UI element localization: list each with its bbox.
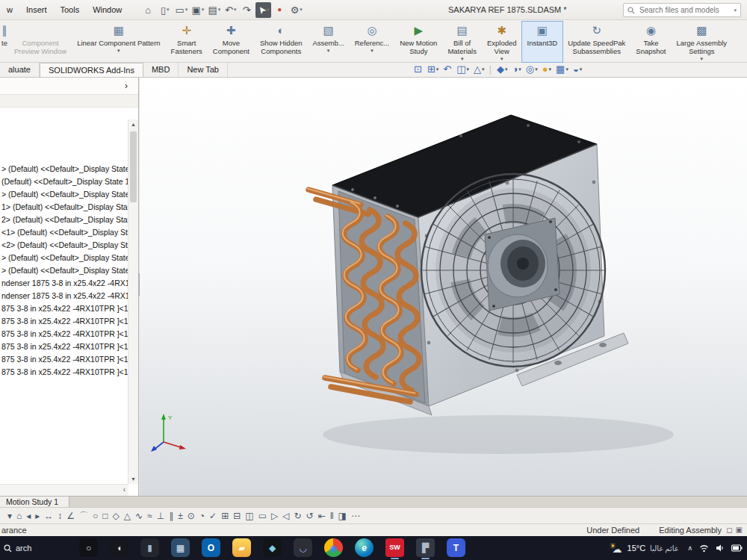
zoom-fit-icon[interactable]: ⊡ <box>412 64 424 74</box>
tree-item[interactable]: <1> (Default) <<Default>_Display Sta <box>1 226 138 239</box>
battery-icon[interactable] <box>731 544 743 552</box>
outlook-app-icon[interactable]: O <box>202 538 220 557</box>
tree-item[interactable]: 875 3-8 in x25.4x22 -4RX10TPR ]<1> <box>1 366 138 379</box>
ribbon-button[interactable]: ✱ Exploded View ▾ <box>482 22 522 62</box>
toolbar-icon[interactable]: ▾ <box>7 511 12 520</box>
status-icon[interactable]: ▣ <box>736 526 743 534</box>
toolbar-icon[interactable]: ⊙ <box>187 511 195 520</box>
annotation-views-icon[interactable]: △ ▾ <box>472 64 486 74</box>
toolbar-icon[interactable]: ∿ <box>135 511 143 520</box>
photos-app-icon[interactable]: ◆ <box>263 538 282 557</box>
status-icon[interactable]: ◻ <box>726 526 732 534</box>
taskbar-search[interactable]: arch <box>4 544 31 553</box>
3d-viewport[interactable]: Y <box>140 78 747 496</box>
ribbon-button[interactable]: ▣ Instant3D <box>522 22 563 62</box>
snip-preview-icon[interactable]: ▛ <box>416 538 435 557</box>
hide-show-items-icon[interactable]: ◎ ▾ <box>524 64 539 74</box>
tree-item[interactable]: 875 3-8 in x25.4x22 -4RX10TPR ]<1> <box>1 328 138 340</box>
apply-scene-icon[interactable]: ▦ ▾ <box>554 64 570 74</box>
tree-item[interactable]: 1> (Default) <<Default>_Display Stat <box>1 201 138 214</box>
weather-widget[interactable]: ☀ ☁ 15°C غائم غالبا <box>610 536 678 560</box>
zoom-area-icon[interactable]: ⊞ ▾ <box>426 64 440 74</box>
toolbar-icon[interactable]: ‖ <box>330 511 334 520</box>
toolbar-icon[interactable]: ⊞ <box>221 511 229 520</box>
calculator-app-icon[interactable]: ▦ <box>171 538 190 557</box>
ribbon-button[interactable]: ◐ Show Hidden Components <box>255 22 308 62</box>
toolbar-icon[interactable]: □ <box>102 511 108 520</box>
previous-view-icon[interactable]: ↶ <box>441 64 453 74</box>
display-style-icon[interactable]: ◑ ▾ <box>510 64 522 74</box>
flyout-expand-button[interactable]: › <box>120 79 132 92</box>
view-settings-icon[interactable]: ◒ ▾ <box>571 64 583 74</box>
ribbon-button[interactable]: Component Preview Window <box>9 22 72 62</box>
search-box[interactable]: ▾ <box>623 3 741 17</box>
ribbon-button[interactable]: ▦ Linear Component Pattern ▾ <box>72 22 165 62</box>
file-explorer-icon[interactable]: ▰ <box>232 538 251 557</box>
scroll-up-icon[interactable]: ▲ <box>128 119 138 129</box>
search-dropdown-icon[interactable]: ▾ <box>734 7 737 13</box>
print-icon[interactable]: ▤ ▾ <box>206 2 222 18</box>
command-tab[interactable]: MBD <box>143 63 179 77</box>
toolbar-icon[interactable]: ⊟ <box>233 511 241 520</box>
tree-item[interactable]: (Default) <<Default>_Display State 1 <box>1 175 138 188</box>
view-orientation-icon[interactable]: ◆ ▾ <box>495 64 509 74</box>
tree-item[interactable]: <2> (Default) <<Default>_Display Sta <box>1 239 138 252</box>
tree-item[interactable]: > (Default) <<Default>_Display State <box>1 163 138 175</box>
toolbar-icon[interactable]: ↕ <box>58 511 62 520</box>
toolbar-icon[interactable]: ↻ <box>294 511 301 520</box>
toolbar-icon[interactable]: ✓ <box>209 511 217 520</box>
toolbar-icon[interactable]: ▭ <box>258 511 267 520</box>
chrome-app-icon[interactable]: ◉ <box>324 538 343 557</box>
toolbar-icon[interactable]: ∠ <box>66 511 75 520</box>
toolbar-icon[interactable]: ▷ <box>271 511 278 520</box>
edge-app-icon[interactable]: e <box>355 538 374 557</box>
ribbon-button[interactable]: ↻ Update SpeedPak Subassemblies <box>562 22 630 62</box>
toolbar-icon[interactable]: ⌂ <box>16 511 22 520</box>
penguin-app-icon[interactable]: ○ <box>79 538 98 557</box>
toolbar-icon[interactable]: ± <box>178 511 183 520</box>
command-tab[interactable]: SOLIDWORKS Add-Ins <box>40 63 143 77</box>
toolbar-icon[interactable]: ◂ <box>26 511 31 520</box>
tree-item[interactable]: ndenser 1875 3-8 in x25.4x22 -4RX10 <box>1 290 138 302</box>
tree-item[interactable]: > (Default) <<Default>_Display State <box>1 188 138 201</box>
toolbar-icon[interactable]: ⋯ <box>351 511 360 520</box>
scroll-down-icon[interactable]: ▼ <box>128 474 138 484</box>
toolbar-icon[interactable]: ◔ <box>199 511 205 520</box>
toolbar-icon[interactable]: ◫ <box>245 511 253 520</box>
tree-item[interactable]: > (Default) <<Default>_Display State <box>1 252 138 264</box>
command-tab[interactable]: aluate <box>0 63 40 77</box>
tree-item[interactable]: 875 3-8 in x25.4x22 -4RX10TPR ]<1> <box>1 340 138 353</box>
save-icon[interactable]: ▣ ▾ <box>190 2 205 18</box>
tree-horizontal-scrollbar[interactable]: ‹ <box>0 484 128 496</box>
menu-item[interactable]: Tools <box>53 5 86 14</box>
wifi-icon[interactable] <box>699 544 709 553</box>
new-file-icon[interactable]: ▯ ▾ <box>157 2 173 18</box>
tree-vertical-scrollbar[interactable]: ▲ ▼ <box>128 119 138 484</box>
volume-icon[interactable] <box>716 544 725 553</box>
toolbar-icon[interactable]: ↺ <box>306 511 314 520</box>
ribbon-button[interactable]: ▤ Bill of Materials ▾ <box>442 22 482 62</box>
tray-chevron-icon[interactable]: ∧ <box>687 544 692 552</box>
command-tab[interactable]: New Tab <box>179 63 228 77</box>
toolbar-icon[interactable]: ▸ <box>35 511 40 520</box>
tree-item[interactable]: 2> (Default) <<Default>_Display Stat <box>1 214 138 226</box>
redo-icon[interactable]: ↷ <box>239 2 255 18</box>
toolbar-icon[interactable]: ◇ <box>113 511 120 520</box>
toolbar-icon[interactable]: ↔ <box>44 511 53 520</box>
ribbon-button[interactable]: ✛ Smart Fasteners <box>166 22 208 62</box>
ribbon-button[interactable]: ✚ Move Component <box>208 22 255 62</box>
select-arrow-icon[interactable]: ➤ ▾ <box>255 2 271 18</box>
ribbon-button[interactable]: ◎ Referenc... ▾ <box>350 22 394 62</box>
toolbar-icon[interactable]: ⌒ <box>79 511 88 520</box>
menu-item[interactable]: Window <box>86 5 128 14</box>
condenser-assembly-model[interactable] <box>140 78 747 496</box>
penguin-app-icon-2[interactable]: ◖ <box>110 538 128 557</box>
terminal-app-icon[interactable]: ▮ <box>140 538 159 557</box>
toolbar-icon[interactable]: ≈ <box>147 511 152 520</box>
menu-item[interactable]: Insert <box>19 5 54 14</box>
search-input[interactable] <box>638 5 731 15</box>
tab-motion-study-1[interactable]: Motion Study 1 <box>0 497 69 507</box>
tree-item[interactable]: 875 3-8 in x25.4x22 -4RX10TPR ]<1> <box>1 315 138 328</box>
menu-item[interactable]: w <box>0 5 19 14</box>
toolbar-icon[interactable]: ∥ <box>169 511 173 520</box>
